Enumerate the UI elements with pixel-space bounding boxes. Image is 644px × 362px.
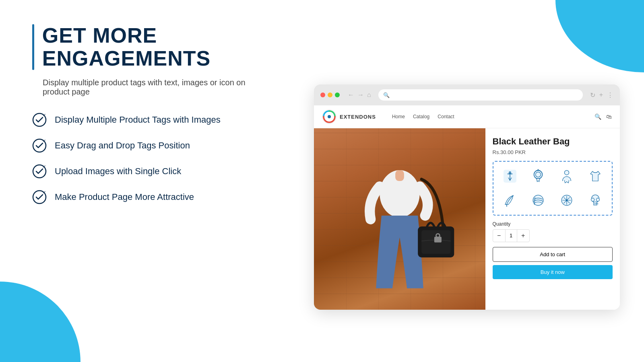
main-heading: GET MORE ENGAGEMENTS bbox=[42, 24, 274, 70]
search-icon: 🔍 bbox=[383, 92, 390, 98]
tag-icon-care bbox=[559, 192, 575, 208]
svg-point-19 bbox=[566, 200, 568, 202]
home-icon[interactable]: ⌂ bbox=[367, 91, 371, 99]
quantity-label: Quantity bbox=[493, 221, 613, 227]
features-list: Display Multiple Product Tags with Image… bbox=[32, 113, 274, 204]
tag-item-3 bbox=[554, 166, 580, 187]
svg-point-22 bbox=[596, 198, 599, 201]
tag-item-2 bbox=[526, 166, 551, 187]
tag-item-1 bbox=[497, 166, 523, 187]
tag-icon-yarn bbox=[530, 192, 546, 208]
svg-point-5 bbox=[328, 115, 331, 118]
decorative-blob-bottom bbox=[0, 282, 80, 362]
quantity-increase-button[interactable]: + bbox=[517, 230, 529, 242]
tag-icon-person bbox=[559, 168, 575, 184]
store-logo-text: EXTENDONS bbox=[340, 114, 376, 120]
store-logo-area: EXTENDONS bbox=[322, 109, 376, 124]
add-to-cart-button[interactable]: Add to cart bbox=[493, 247, 613, 262]
check-icon-2 bbox=[32, 138, 47, 153]
buy-it-now-button[interactable]: Buy it now bbox=[493, 265, 613, 279]
close-window-button[interactable] bbox=[320, 93, 325, 97]
feature-text-4: Make Product Page More Attractive bbox=[55, 192, 194, 202]
tag-icon-eco bbox=[502, 192, 518, 208]
tag-icon-cotton: 100% bbox=[587, 192, 603, 208]
tag-item-8: 100% bbox=[582, 190, 608, 211]
svg-point-16 bbox=[564, 171, 569, 175]
feature-item-4: Make Product Page More Attractive bbox=[32, 190, 274, 204]
svg-point-21 bbox=[591, 198, 594, 201]
store-cart-icon[interactable]: 🛍 bbox=[606, 113, 612, 120]
quantity-decrease-button[interactable]: − bbox=[493, 230, 505, 242]
feature-item-1: Display Multiple Product Tags with Image… bbox=[32, 113, 274, 127]
check-icon-3 bbox=[32, 164, 47, 179]
decorative-blob-top bbox=[555, 0, 644, 72]
nav-contact[interactable]: Contact bbox=[438, 114, 454, 119]
browser-window-controls bbox=[320, 93, 340, 97]
address-bar[interactable]: 🔍 bbox=[378, 89, 583, 101]
feature-item-2: Easy Drag and Drop Tags Position bbox=[32, 138, 274, 153]
store-logo-icon bbox=[322, 109, 336, 124]
check-icon-1 bbox=[32, 113, 47, 127]
tag-icon-fashion bbox=[502, 168, 518, 184]
tag-item-4 bbox=[582, 166, 608, 187]
feature-item-3: Upload Images with Single Click bbox=[32, 164, 274, 179]
quantity-control: − 1 + bbox=[493, 229, 530, 242]
store-header-icons: 🔍 🛍 bbox=[594, 113, 612, 120]
tag-item-5 bbox=[497, 190, 523, 211]
maximize-window-button[interactable] bbox=[335, 93, 340, 97]
reload-icon[interactable]: ↻ bbox=[590, 91, 595, 99]
product-tags-grid: 100% bbox=[493, 161, 613, 216]
product-price: Rs.30.00 PKR bbox=[493, 149, 613, 155]
forward-icon[interactable]: → bbox=[357, 91, 364, 99]
browser-mockup: ← → ⌂ 🔍 ↻ + ⋮ EX bbox=[314, 84, 620, 310]
heading-bar-decoration bbox=[32, 24, 34, 70]
product-details-panel: Black Leather Bag Rs.30.00 PKR bbox=[485, 128, 620, 310]
heading-block: GET MORE ENGAGEMENTS bbox=[32, 24, 274, 70]
quantity-value: 1 bbox=[505, 230, 517, 242]
tag-item-6 bbox=[526, 190, 551, 211]
svg-point-14 bbox=[534, 171, 543, 179]
product-title: Black Leather Bag bbox=[493, 136, 613, 147]
browser-nav-controls: ← → ⌂ bbox=[348, 91, 371, 99]
product-area: Black Leather Bag Rs.30.00 PKR bbox=[314, 128, 620, 310]
feature-text-2: Easy Drag and Drop Tags Position bbox=[55, 140, 190, 151]
browser-menu-icon[interactable]: ⋮ bbox=[607, 91, 613, 99]
store-header: EXTENDONS Home Catalog Contact 🔍 🛍 bbox=[314, 105, 620, 128]
new-tab-icon[interactable]: + bbox=[599, 91, 603, 99]
store-page: EXTENDONS Home Catalog Contact 🔍 🛍 bbox=[314, 105, 620, 310]
tag-icon-clothing bbox=[587, 168, 603, 184]
check-icon-4 bbox=[32, 190, 47, 204]
nav-home[interactable]: Home bbox=[392, 114, 405, 119]
svg-text:100%: 100% bbox=[594, 203, 599, 205]
product-person-illustration bbox=[345, 128, 454, 310]
tag-icon-award bbox=[530, 168, 546, 184]
store-search-icon[interactable]: 🔍 bbox=[594, 113, 601, 120]
nav-catalog[interactable]: Catalog bbox=[413, 114, 429, 119]
svg-rect-7 bbox=[395, 170, 404, 181]
minimize-window-button[interactable] bbox=[328, 93, 332, 97]
tag-item-7 bbox=[554, 190, 580, 211]
browser-action-icons: ↻ + ⋮ bbox=[590, 91, 613, 99]
left-content-area: GET MORE ENGAGEMENTS Display multiple pr… bbox=[32, 24, 274, 216]
sub-heading: Display multiple product tags with text,… bbox=[43, 78, 274, 97]
feature-text-1: Display Multiple Product Tags with Image… bbox=[55, 115, 221, 125]
feature-text-3: Upload Images with Single Click bbox=[55, 166, 181, 177]
back-icon[interactable]: ← bbox=[348, 91, 354, 99]
browser-toolbar: ← → ⌂ 🔍 ↻ + ⋮ bbox=[314, 84, 620, 105]
product-image-container bbox=[314, 128, 485, 310]
store-navigation: Home Catalog Contact bbox=[392, 114, 454, 119]
